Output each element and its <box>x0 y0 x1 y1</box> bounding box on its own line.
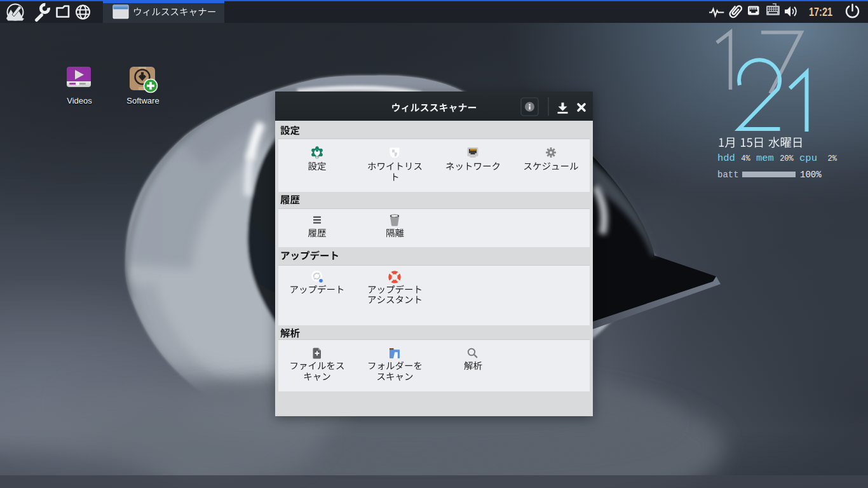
svg-text:17:21: 17:21 <box>809 5 832 18</box>
